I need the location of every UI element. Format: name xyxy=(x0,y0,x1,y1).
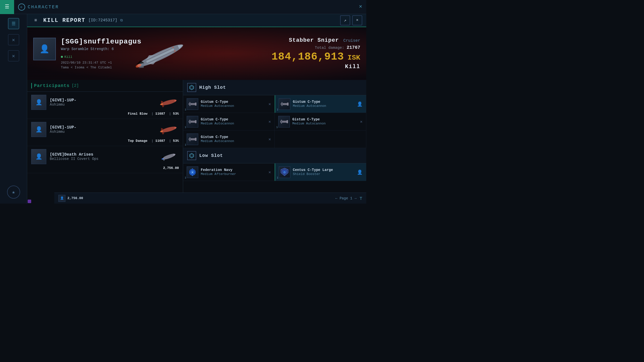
p2-percent: 53% xyxy=(173,139,179,143)
close-icon: × xyxy=(356,18,358,23)
autocannon-icon-3 xyxy=(187,117,197,127)
ls2-info: Centus C-Type Large Shield Booster xyxy=(293,168,354,176)
kr-menu-icon: ≡ xyxy=(34,18,37,23)
p3-avatar-inner: 👤 xyxy=(31,149,46,164)
pagination-info: ← Page 1 → xyxy=(335,196,356,200)
bottom-avatar-1: 👤 xyxy=(58,195,65,202)
menu-icon: ☰ xyxy=(12,21,16,26)
ashimmu-ship-1 xyxy=(159,96,179,109)
p1-percent: 53% xyxy=(173,112,179,116)
participant-2-ship: Ashimmu xyxy=(50,130,155,134)
high-slot-svg-icon xyxy=(189,84,195,90)
participant-2-ship-img xyxy=(159,123,179,137)
svg-point-58 xyxy=(283,171,286,173)
hs4-count: 1 xyxy=(276,126,278,129)
svg-point-36 xyxy=(281,103,283,105)
svg-rect-46 xyxy=(195,138,196,141)
victim-avatar-placeholder: 👤 xyxy=(34,38,55,60)
high-slot-header: High Slot xyxy=(183,80,366,95)
ls2-person-icon: 👤 xyxy=(357,169,363,175)
damage-label: Total damage: xyxy=(315,46,344,50)
svg-rect-34 xyxy=(287,103,289,106)
hs1-close-icon[interactable]: ✕ xyxy=(268,102,271,107)
participant-row-2: 👤 [GIVE]-1UP- Ashimmu xyxy=(31,122,179,137)
svg-marker-49 xyxy=(190,153,194,158)
kill-label: Kill xyxy=(64,55,72,59)
hamburger-icon: ☰ xyxy=(5,5,9,10)
filter-icon[interactable]: ⊤ xyxy=(359,196,362,201)
p2-damage: 11687 xyxy=(155,139,165,143)
participant-item: 👤 [GIVE]-1UP- Ashimmu xyxy=(27,92,183,119)
damage-row: Total damage: 21767 xyxy=(315,45,360,50)
sidebar-item-x2[interactable]: ✕ xyxy=(8,50,19,61)
ship-title-row: Stabber Sniper Cruiser xyxy=(289,37,360,43)
participant-1-info: [GIVE]-1UP- Ashimmu xyxy=(50,98,155,107)
hs5-close-icon[interactable]: ✕ xyxy=(268,137,271,142)
svg-point-40 xyxy=(189,121,191,123)
p1-damage: 11687 xyxy=(155,112,165,116)
high-slot-item-4: 1 Gistum C-Type Medium Autocannon ✕ xyxy=(275,113,366,130)
low-slot-header: Low Slot xyxy=(183,148,366,163)
hs3-type: Medium Autocannon xyxy=(201,122,266,126)
participant-1-ship: Ashimmu xyxy=(50,103,155,107)
hs1-name: Gistum C-Type xyxy=(201,100,266,104)
menu-button[interactable]: ☰ xyxy=(0,0,14,14)
sidebar-item-x1[interactable]: ✕ xyxy=(8,34,19,45)
kr-menu-button[interactable]: ≡ xyxy=(31,16,40,25)
autocannon-icon-1 xyxy=(187,99,197,109)
afterburner-icon xyxy=(187,167,197,177)
ship-visual xyxy=(123,32,198,80)
left-sidebar: ☰ ✕ ✕ ★ xyxy=(0,14,27,204)
ls1-close-icon[interactable]: ✕ xyxy=(268,170,271,175)
bottom-participant-1: 👤 2,756.00 xyxy=(58,195,83,202)
hs4-close-icon[interactable]: ✕ xyxy=(360,119,363,124)
svg-point-48 xyxy=(189,138,191,140)
ls2-type: Shield Booster xyxy=(293,172,354,176)
top-close-button[interactable]: × xyxy=(359,4,362,10)
kill-report-header: ≡ KILL REPORT [ID:7245317] ⧉ ↗ × xyxy=(27,14,366,27)
kill-badge: Kill xyxy=(61,55,72,59)
isk-row: 184,186,913 ISK xyxy=(271,52,360,62)
high-slot-icon xyxy=(187,83,196,92)
ls2-icon xyxy=(279,166,290,178)
close-report-button[interactable]: × xyxy=(352,15,362,25)
participant-3-ship-img xyxy=(159,150,179,164)
low-slot-item-2: 1 Centus C-Type Large Shield Booster 👤 xyxy=(275,163,366,181)
ls1-count: 1 xyxy=(185,176,186,179)
top-bar: ☰ ◎ CHARACTER × xyxy=(0,0,366,14)
ls1-info: Federation Navy Medium Afterburner xyxy=(201,168,266,176)
hs5-name: Gistum C-Type xyxy=(201,135,266,139)
participant-item-2: 👤 [GIVE]-1UP- Ashimmu xyxy=(27,119,183,146)
copy-icon[interactable]: ⧉ xyxy=(120,18,123,22)
hs2-count: 1 xyxy=(277,108,278,111)
sidebar-item-menu[interactable]: ☰ xyxy=(8,18,19,29)
low-slots-grid: 1 Federation Navy Medium Afterburner xyxy=(183,163,366,181)
hs4-info: Gistum C-Type Medium Autocannon xyxy=(292,117,357,126)
sidebar-star-button[interactable]: ★ xyxy=(7,186,20,199)
hs3-close-icon[interactable]: ✕ xyxy=(268,119,271,124)
p3-damage: 2,756.00 xyxy=(163,166,179,170)
p1-role-label: Final Blow xyxy=(128,112,147,116)
x-icon-1: ✕ xyxy=(12,37,15,43)
hs5-count: 1 xyxy=(185,143,186,146)
autocannon-icon-4 xyxy=(279,117,289,127)
hs5-icon xyxy=(187,133,198,145)
high-slot-item-6-empty xyxy=(275,130,366,148)
ship-svg xyxy=(122,27,198,80)
hs3-icon xyxy=(187,116,198,127)
main-panel: ≡ KILL REPORT [ID:7245317] ⧉ ↗ × 👤 [SGG]… xyxy=(27,14,366,204)
autocannon-icon-2 xyxy=(279,99,290,109)
hs4-type: Medium Autocannon xyxy=(292,122,357,126)
hs2-info: Gistum C-Type Medium Autocannon xyxy=(293,100,354,108)
svg-rect-38 xyxy=(195,120,196,123)
low-slot-title: Low Slot xyxy=(199,153,223,158)
participant-3-info: [GIVE]Death Arises Bellicose II Covert O… xyxy=(50,152,155,161)
participant-3-name: [GIVE]Death Arises xyxy=(50,152,155,157)
kill-report-title: KILL REPORT xyxy=(43,17,85,24)
svg-marker-28 xyxy=(190,86,193,89)
participants-header-bar xyxy=(31,83,32,88)
share-button[interactable]: ↗ xyxy=(340,15,350,25)
participant-2-name: [GIVE]-1UP- xyxy=(50,125,155,130)
hs1-type: Medium Autocannon xyxy=(201,104,266,108)
isk-label: ISK xyxy=(348,54,360,62)
